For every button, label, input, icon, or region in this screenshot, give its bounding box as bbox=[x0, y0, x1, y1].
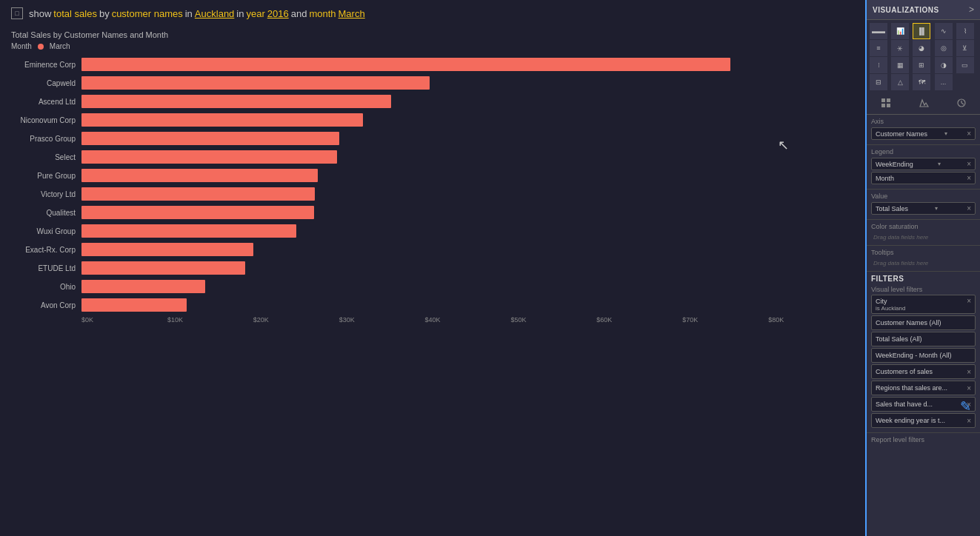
tooltips-placeholder: Drag data fields here bbox=[871, 258, 976, 268]
viz-icon-9[interactable]: ⊻ bbox=[956, 40, 974, 56]
bar-track bbox=[81, 150, 854, 164]
bar-track bbox=[81, 113, 854, 127]
viz-icon-1[interactable]: 📊 bbox=[891, 23, 909, 39]
legend-pill-x2[interactable]: × bbox=[967, 174, 971, 182]
value-pill-arrow: ▾ bbox=[935, 205, 938, 212]
tab-analytics[interactable] bbox=[942, 93, 980, 114]
x-axis-label: $0K bbox=[81, 316, 167, 324]
color-saturation-section: Color saturation Drag data fields here bbox=[867, 220, 980, 246]
viz-icon-6[interactable]: ⚹ bbox=[891, 40, 909, 56]
value-field-pill[interactable]: Total Sales ▾ × bbox=[871, 202, 976, 215]
filter-customers-of-sales-x[interactable]: × bbox=[967, 368, 971, 376]
tab-format[interactable] bbox=[904, 93, 942, 114]
color-saturation-placeholder: Drag data fields here bbox=[871, 232, 976, 242]
axis-pill-arrow: ▾ bbox=[944, 130, 947, 137]
filter-item-city[interactable]: City × is Auckland bbox=[871, 295, 976, 314]
bar-row: Prasco Group bbox=[11, 130, 854, 147]
bar-label: Pure Group bbox=[11, 172, 81, 180]
filter-item-week-ending[interactable]: Week ending year is t... × bbox=[871, 413, 976, 428]
filter-customer-names-label: Customer Names (All) bbox=[876, 319, 941, 326]
filter-sales-have-label: Sales that have d... bbox=[876, 401, 933, 408]
tab-fields[interactable] bbox=[867, 93, 904, 114]
bar-label: Capweld bbox=[11, 79, 81, 87]
bar-track bbox=[81, 76, 854, 90]
viz-icon-12[interactable]: ⊞ bbox=[913, 57, 930, 73]
report-level-label: Report level filters bbox=[867, 432, 980, 446]
bar-row: Avon Corp bbox=[11, 297, 854, 313]
legend-pill-x1[interactable]: × bbox=[967, 160, 971, 168]
bar-fill bbox=[81, 187, 315, 201]
bar-label: Eminence Corp bbox=[11, 61, 81, 69]
axis-section: Axis Customer Names ▾ × bbox=[867, 115, 980, 145]
bar-row: Niconovum Corp bbox=[11, 112, 854, 128]
viz-icon-18[interactable]: ... bbox=[935, 74, 953, 90]
viz-icon-10[interactable]: ⁝ bbox=[870, 57, 887, 73]
bar-track bbox=[81, 298, 854, 312]
viz-icon-17[interactable]: 🗺 bbox=[913, 74, 930, 90]
viz-icon-11[interactable]: ▦ bbox=[891, 57, 909, 73]
bar-track bbox=[81, 261, 854, 275]
legend-field-pill2[interactable]: Month × bbox=[871, 172, 976, 184]
x-axis: $0K$10K$20K$30K$40K$50K$60K$70K$80K bbox=[81, 316, 854, 324]
bar-fill bbox=[81, 169, 318, 182]
bar-row: Pure Group bbox=[11, 167, 854, 184]
viz-icon-2[interactable]: ▐▌ bbox=[913, 23, 930, 39]
tooltips-section: Tooltips Drag data fields here bbox=[867, 246, 980, 272]
bar-fill bbox=[81, 76, 430, 90]
query-by: by bbox=[99, 8, 110, 19]
viz-icon-16[interactable]: △ bbox=[891, 74, 909, 90]
bar-row: Ohio bbox=[11, 278, 854, 295]
legend-march-label: March bbox=[50, 42, 70, 50]
legend-pill-arrow1: ▾ bbox=[938, 161, 941, 167]
viz-icon-7[interactable]: ◕ bbox=[913, 40, 930, 56]
bar-track bbox=[81, 95, 854, 108]
axis-field-pill[interactable]: Customer Names ▾ × bbox=[871, 127, 976, 140]
viz-icon-15[interactable]: ⊟ bbox=[870, 74, 887, 90]
viz-icon-8[interactable]: ◎ bbox=[935, 40, 953, 56]
query-month-value: March bbox=[339, 8, 365, 19]
collapse-arrow[interactable]: > bbox=[969, 4, 974, 15]
filter-item-customers-of-sales[interactable]: Customers of sales × bbox=[871, 364, 976, 379]
filter-regions-x[interactable]: × bbox=[967, 384, 971, 392]
visualization-icon-grid: ▬▬📊▐▌∿⌇≡⚹◕◎⊻⁝▦⊞◑▭⊟△🗺... bbox=[867, 20, 980, 93]
bar-fill bbox=[81, 261, 245, 275]
filter-item-total-sales[interactable]: Total Sales (All) bbox=[871, 332, 976, 346]
query-and: and bbox=[291, 8, 307, 19]
bar-row: Victory Ltd bbox=[11, 186, 854, 202]
legend-field-pill1[interactable]: WeekEnding ▾ × bbox=[871, 158, 976, 170]
axis-pill-x[interactable]: × bbox=[967, 130, 971, 138]
filter-item-regions[interactable]: Regions that sales are... × bbox=[871, 381, 976, 395]
bar-row: Ascend Ltd bbox=[11, 93, 854, 110]
filter-item-weekending-month[interactable]: WeekEnding - Month (All) bbox=[871, 348, 976, 363]
bar-label: Niconovum Corp bbox=[11, 116, 81, 124]
viz-icon-14[interactable]: ▭ bbox=[956, 57, 974, 73]
filter-city-label: City bbox=[876, 298, 887, 305]
viz-icon-3[interactable]: ∿ bbox=[935, 23, 953, 39]
bar-fill bbox=[81, 58, 730, 71]
filter-item-customer-names[interactable]: Customer Names (All) bbox=[871, 315, 976, 330]
viz-icon-5[interactable]: ≡ bbox=[870, 40, 887, 56]
axis-label: Axis bbox=[871, 118, 976, 125]
value-pill-x[interactable]: × bbox=[967, 204, 971, 212]
filter-city-x[interactable]: × bbox=[967, 297, 971, 305]
viz-icon-4[interactable]: ⌇ bbox=[956, 23, 974, 39]
bar-fill bbox=[81, 298, 187, 312]
bar-label: Qualitest bbox=[11, 209, 81, 217]
filter-sales-have-x[interactable]: × bbox=[967, 401, 971, 409]
filter-week-ending-x[interactable]: × bbox=[967, 417, 971, 425]
right-panel: VISUALIZATIONS > ▬▬📊▐▌∿⌇≡⚹◕◎⊻⁝▦⊞◑▭⊟△🗺...… bbox=[865, 0, 980, 536]
viz-icon-13[interactable]: ◑ bbox=[935, 57, 953, 73]
svg-line-6 bbox=[961, 103, 964, 104]
bar-label: ETUDE Ltd bbox=[11, 264, 81, 272]
bar-track bbox=[81, 187, 854, 201]
chart-title: Total Sales by Customer Names and Month bbox=[11, 30, 854, 39]
bar-fill bbox=[81, 150, 337, 164]
filter-item-sales-that-have[interactable]: Sales that have d... × ✎ bbox=[871, 397, 976, 412]
panel-tabs bbox=[867, 93, 980, 115]
bar-label: Victory Ltd bbox=[11, 190, 81, 198]
viz-icon-0[interactable]: ▬▬ bbox=[870, 23, 887, 39]
x-axis-label: $30K bbox=[339, 316, 425, 324]
svg-rect-3 bbox=[887, 104, 890, 107]
bar-fill bbox=[81, 113, 363, 127]
query-year-value: 2016 bbox=[267, 8, 289, 19]
